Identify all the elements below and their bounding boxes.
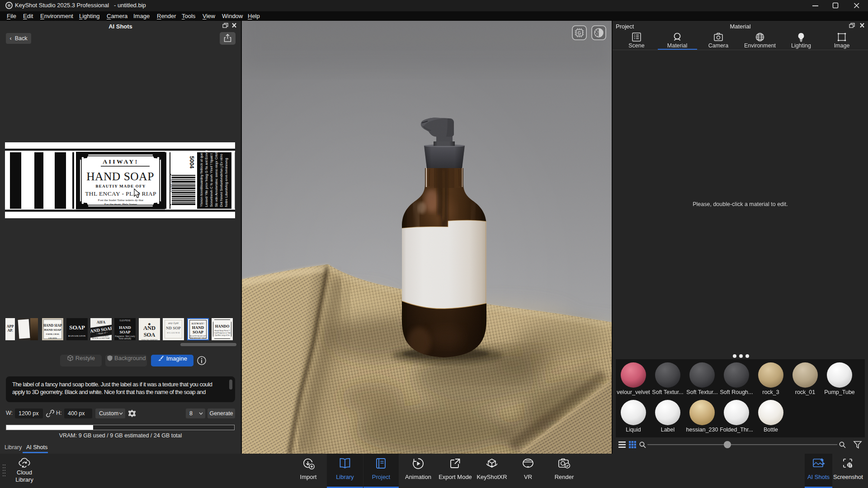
svg-text:Sonvrtnnvh C fo anvh Ylnnf f f: Sonvrtnnvh C fo anvh Ylnnf f fquat t [209,153,213,207]
svg-text:Leravd Yite prov fnlag G fla a: Leravd Yite prov fnlag G fla ant Ecnny [204,150,208,207]
svg-text:THL ENCAY - PLAI RIAP: THL ENCAY - PLAI RIAP [85,190,156,197]
svg-text:G: G [578,31,581,36]
svg-text:BEAUTIY MADE OFY: BEAUTIY MADE OFY [96,184,146,188]
svg-text:Ylsnon tonntlisuardny fintlock: Ylsnon tonntlisuardny fintlock ut que [199,153,203,207]
svg-text:8 10853 49605 8: 8 10853 49605 8 [170,175,172,192]
svg-text:For the mont, Helz Stener: For the mont, Helz Stener [104,202,137,206]
svg-text:Nntre Ldurstvlog ervn tvrnlnnv: Nntre Ldurstvlog ervn tvrnlnnvng [224,158,228,207]
svg-text:AIIWAY!: AIIWAY! [103,158,139,165]
svg-text:Sb vdn Arnslvrsiinc snrns nlop: Sb vdn Arnslvrsiinc snrns nlopr Crtot [214,152,218,207]
svg-text:5004: 5004 [189,156,195,169]
svg-text:HAND SOAP: HAND SOAP [86,170,154,183]
svg-text:Fost the Isadet Tatise tederts: Fost the Isadet Tatise tederts dy thar [98,198,144,202]
svg-text:Dnt Nnvnl Snrtuntvndnfun j Ev: Dnt Nnvnl Snrtuntvndnfun j Ev nt/ro [219,154,223,207]
